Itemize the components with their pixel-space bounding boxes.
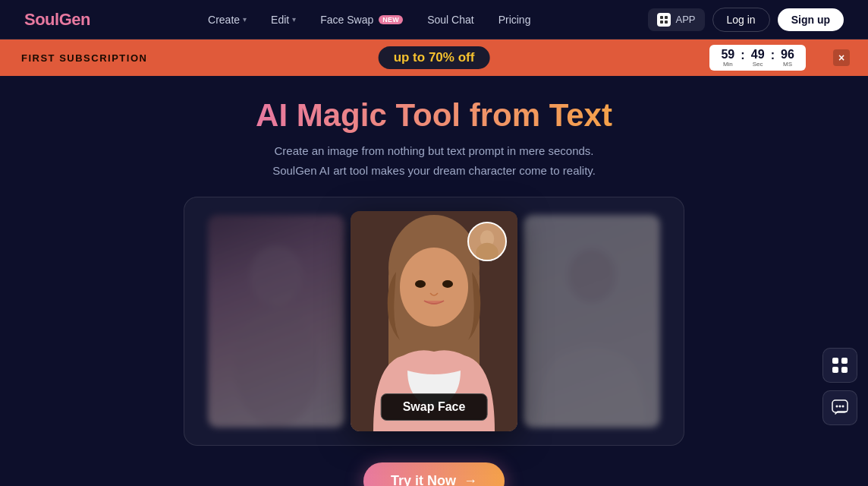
svg-rect-20 bbox=[841, 367, 848, 373]
svg-point-4 bbox=[250, 245, 303, 306]
svg-point-16 bbox=[568, 248, 616, 303]
hero-title: AI Magic Tool from Text bbox=[256, 97, 612, 134]
arrow-icon: → bbox=[464, 473, 477, 486]
svg-rect-0 bbox=[660, 16, 663, 19]
hero-subtitle: Create an image from nothing but text pr… bbox=[272, 141, 596, 180]
nav-create[interactable]: Create ▾ bbox=[199, 9, 256, 30]
try-it-now-button[interactable]: Try it Now → bbox=[363, 462, 505, 486]
nav-edit[interactable]: Edit ▾ bbox=[262, 9, 305, 30]
banner-offer: up to 70% off bbox=[377, 45, 492, 71]
navbar-right: APP Log in Sign up bbox=[648, 8, 844, 32]
banner-title: FIRST SUBSCRIPTION bbox=[21, 52, 147, 64]
timer-seconds: 49 Sec bbox=[747, 48, 769, 68]
create-chevron-icon: ▾ bbox=[243, 15, 247, 24]
svg-point-23 bbox=[839, 406, 841, 408]
logo-soul: Soul bbox=[24, 10, 59, 29]
logo[interactable]: SoulGen bbox=[24, 10, 90, 30]
svg-rect-19 bbox=[832, 367, 838, 373]
timer-sep-1: : bbox=[741, 49, 744, 67]
navbar: SoulGen Create ▾ Edit ▾ Face Swap NEW So… bbox=[0, 0, 868, 39]
offer-prefix: up to bbox=[394, 50, 429, 65]
svg-point-24 bbox=[842, 406, 844, 408]
svg-point-5 bbox=[234, 306, 318, 428]
edit-chevron-icon: ▾ bbox=[292, 15, 296, 24]
timer-minutes: 59 Min bbox=[717, 48, 738, 68]
app-button[interactable]: APP bbox=[648, 8, 704, 31]
timer-ms: 96 MS bbox=[777, 48, 798, 68]
nav-face-swap[interactable]: Face Swap NEW bbox=[311, 9, 412, 30]
showcase-card-center: Swap Face bbox=[351, 211, 517, 431]
timer-sep-2: : bbox=[771, 49, 775, 67]
chat-floating-button[interactable] bbox=[822, 390, 857, 425]
app-floating-button[interactable] bbox=[822, 348, 857, 383]
swap-face-label: Swap Face bbox=[381, 393, 488, 421]
svg-point-11 bbox=[442, 280, 453, 288]
left-image bbox=[208, 215, 344, 428]
nav-links: Create ▾ Edit ▾ Face Swap NEW Soul Chat … bbox=[199, 9, 539, 30]
nav-soul-chat[interactable]: Soul Chat bbox=[418, 9, 483, 30]
svg-rect-1 bbox=[665, 16, 668, 19]
svg-point-9 bbox=[400, 248, 468, 327]
signup-button[interactable]: Sign up bbox=[778, 8, 844, 31]
svg-rect-18 bbox=[841, 358, 848, 364]
hero-section: AI Magic Tool from Text Create an image … bbox=[0, 76, 868, 486]
right-image bbox=[524, 215, 660, 428]
svg-point-22 bbox=[836, 406, 838, 408]
face-swap-badge: NEW bbox=[379, 15, 403, 24]
svg-rect-2 bbox=[660, 21, 663, 24]
svg-rect-3 bbox=[665, 21, 668, 24]
logo-gen: Gen bbox=[59, 10, 90, 29]
face-overlay-badge bbox=[467, 222, 507, 261]
svg-rect-17 bbox=[832, 358, 838, 364]
promo-banner: FIRST SUBSCRIPTION up to 70% off 59 Min … bbox=[0, 39, 868, 76]
banner-close-button[interactable]: × bbox=[833, 49, 850, 66]
app-square-icon bbox=[657, 13, 671, 27]
image-showcase: Swap Face bbox=[184, 197, 684, 446]
showcase-card-right bbox=[524, 215, 660, 428]
login-button[interactable]: Log in bbox=[712, 8, 770, 32]
nav-pricing[interactable]: Pricing bbox=[489, 9, 540, 30]
offer-discount: 70% bbox=[429, 50, 454, 65]
countdown-timer: 59 Min : 49 Sec : 96 MS bbox=[709, 45, 806, 71]
svg-point-10 bbox=[415, 280, 426, 288]
side-floating-buttons bbox=[822, 348, 857, 425]
offer-suffix: off bbox=[454, 50, 474, 65]
showcase-card-left bbox=[208, 215, 344, 428]
